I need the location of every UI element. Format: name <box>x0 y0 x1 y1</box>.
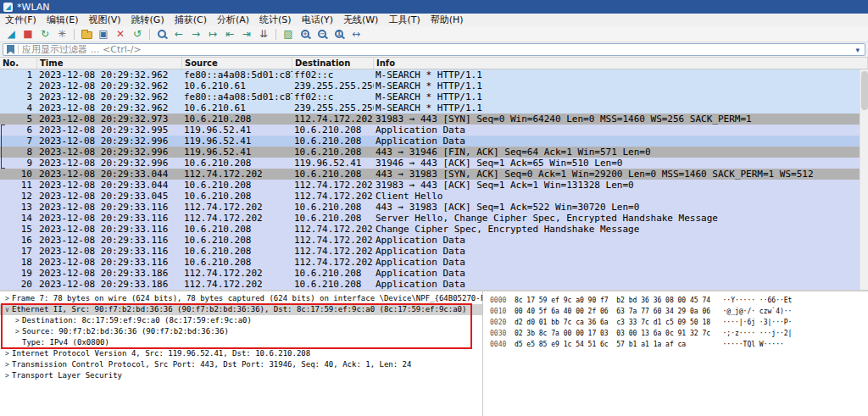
packet-row[interactable]: 62023-12-08 20:29:32.995119.96.52.4110.6… <box>0 125 868 136</box>
packet-row[interactable]: 72023-12-08 20:29:32.996119.96.52.4110.6… <box>0 136 868 147</box>
cell-destination: 10.6.210.208 <box>292 213 374 224</box>
detail-line[interactable]: >Internet Protocol Version 4, Src: 119.9… <box>0 348 482 359</box>
column-header-time[interactable]: Time <box>37 58 182 69</box>
hex-row[interactable]: 00008c 17 59 ef 9c a0 90 f7 b2 bd 36 36 … <box>490 295 868 306</box>
detail-line[interactable]: >Transmission Control Protocol, Src Port… <box>0 359 482 370</box>
cell-time: 2023-12-08 20:29:32.996 <box>37 136 182 147</box>
menu-item-5[interactable]: 捕获(C) <box>170 14 212 26</box>
cell-destination: 112.74.172.202 <box>292 246 374 257</box>
menu-item-6[interactable]: 分析(A) <box>212 14 254 26</box>
packet-row[interactable]: 172023-12-08 20:29:33.11610.6.210.208112… <box>0 246 868 257</box>
expand-arrow-icon[interactable]: > <box>3 359 12 370</box>
packet-row[interactable]: 112023-12-08 20:29:33.04410.6.210.208112… <box>0 180 868 191</box>
menu-item-7[interactable]: 统计(S) <box>254 14 297 26</box>
restart-capture-button[interactable]: ↻ <box>37 27 53 41</box>
save-file-button[interactable]: ▣ <box>96 27 111 41</box>
packet-row[interactable]: 92023-12-08 20:29:32.99610.6.210.208119.… <box>0 158 868 169</box>
hex-row[interactable]: 0020d2 d0 01 bb 7c ca 36 6a c3 33 7c d1 … <box>490 317 868 328</box>
packet-row[interactable]: 162023-12-08 20:29:33.11610.6.210.208112… <box>0 235 868 246</box>
colorize-button[interactable]: ▨ <box>281 27 296 41</box>
autoscroll-button[interactable]: ⇊ <box>256 27 271 41</box>
cell-no: 10 <box>0 169 37 180</box>
cell-source: fe80::a4a08:5d01:c874:7f… <box>182 69 292 80</box>
go-forward-button[interactable]: → <box>188 27 203 41</box>
menu-item-3[interactable]: 视图(V) <box>83 14 125 26</box>
packet-row[interactable]: 122023-12-08 20:29:33.04510.6.210.208112… <box>0 191 868 202</box>
hex-row[interactable]: 003002 3b 8c 7a 00 00 17 03 03 00 13 6a … <box>490 328 868 339</box>
packet-rows-container: 12023-12-08 20:29:32.962fe80::a4a08:5d01… <box>0 69 868 290</box>
menu-item-4[interactable]: 跳转(G) <box>126 14 170 26</box>
stop-capture-button[interactable]: ■ <box>20 27 36 41</box>
hex-row[interactable]: 001000 40 5f 6a 40 00 2f 06 63 7a 77 60 … <box>490 306 868 317</box>
packet-row[interactable]: 12023-12-08 20:29:32.962fe80::a4a08:5d01… <box>0 69 868 80</box>
menu-item-11[interactable]: 帮助(H) <box>426 14 469 26</box>
filter-history-chevron-icon[interactable]: ▾ <box>854 46 861 54</box>
display-filter-input[interactable] <box>22 44 850 55</box>
expand-arrow-icon[interactable]: > <box>3 348 12 359</box>
cell-no: 12 <box>0 191 37 202</box>
save-file-icon: ▣ <box>98 27 108 41</box>
resize-columns-button[interactable]: ↔ <box>348 27 364 41</box>
display-filter-box[interactable]: ▾ <box>3 43 865 56</box>
detail-line[interactable]: >Destination: 8c:17:59:ef:9c:a0 (8c:17:5… <box>0 315 482 326</box>
packet-row[interactable]: 42023-12-08 20:29:32.96210.6.210.61239.2… <box>0 103 868 114</box>
find-packet-button[interactable] <box>154 27 170 41</box>
packet-row[interactable]: 22023-12-08 20:29:32.96210.6.210.61239.2… <box>0 80 868 92</box>
expand-arrow-icon[interactable]: > <box>3 293 12 304</box>
zoom-100-button[interactable]: 1 <box>331 27 347 41</box>
go-back-button[interactable]: ← <box>171 27 186 41</box>
start-capture-button[interactable]: ◢ <box>3 27 19 41</box>
detail-line[interactable]: >Frame 7: 78 bytes on wire (624 bits), 7… <box>0 293 482 304</box>
detail-line[interactable]: ∨Ethernet II, Src: 90:f7:b2:bd:36:36 (90… <box>0 304 482 315</box>
capture-options-button[interactable]: ✳ <box>54 27 70 41</box>
packet-row[interactable]: 192023-12-08 20:29:33.186112.74.172.2021… <box>0 268 868 279</box>
go-last-button[interactable]: ⇥ <box>239 27 254 41</box>
column-header-source[interactable]: Source <box>182 58 292 69</box>
menu-item-10[interactable]: 工具(T) <box>383 14 425 26</box>
zoom-out-button[interactable]: − <box>314 27 330 41</box>
menu-item-2[interactable]: 编辑(E) <box>42 14 84 26</box>
colorize-icon: ▨ <box>283 27 292 41</box>
go-back-icon: ← <box>175 27 183 41</box>
detail-line-text: Transmission Control Protocol, Src Port:… <box>12 359 411 370</box>
packet-row[interactable]: 32023-12-08 20:29:32.962fe80::a4a08:5d01… <box>0 92 868 103</box>
expand-arrow-icon[interactable]: > <box>3 370 12 381</box>
cell-time: 2023-12-08 20:29:33.186 <box>37 268 182 279</box>
column-header-info[interactable]: Info <box>374 58 868 69</box>
zoom-in-button[interactable]: + <box>298 27 313 41</box>
detail-line[interactable]: >Source: 90:f7:b2:bd:36:36 (90:f7:b2:bd:… <box>0 326 482 337</box>
open-file-button[interactable] <box>79 27 94 41</box>
packet-list-scrollbar[interactable] <box>860 69 868 290</box>
packet-row[interactable]: 182023-12-08 20:29:33.11610.6.210.208112… <box>0 257 868 268</box>
menu-item-9[interactable]: 无线(W) <box>338 14 383 26</box>
packet-row[interactable]: 202023-12-08 20:29:33.186112.74.172.2021… <box>0 279 868 290</box>
packet-row[interactable]: 132023-12-08 20:29:33.116112.74.172.2021… <box>0 202 868 213</box>
packet-row[interactable]: 52023-12-08 20:29:32.97310.6.210.208112.… <box>0 114 868 125</box>
menu-item-8[interactable]: 电话(Y) <box>297 14 338 26</box>
packet-row[interactable]: 82023-12-08 20:29:32.996119.96.52.4110.6… <box>0 147 868 158</box>
column-header-destination[interactable]: Destination <box>292 58 374 69</box>
menu-item-1[interactable]: 文件(F) <box>0 14 42 26</box>
collapse-arrow-icon[interactable]: ∨ <box>3 304 12 315</box>
packet-row[interactable]: 102023-12-08 20:29:33.044112.74.172.2021… <box>0 169 868 180</box>
packet-row[interactable]: 152023-12-08 20:29:33.11610.6.210.208112… <box>0 224 868 235</box>
detail-line-text: Destination: 8c:17:59:ef:9c:a0 (8c:17:59… <box>22 315 252 326</box>
hex-row[interactable]: 0040d5 e5 85 e9 1c 54 51 6c 57 b1 a1 1a … <box>490 339 868 350</box>
go-first-button[interactable]: ⇤ <box>222 27 237 41</box>
cell-time: 2023-12-08 20:29:32.996 <box>37 158 182 169</box>
packet-row[interactable]: 142023-12-08 20:29:33.116112.74.172.2021… <box>0 213 868 224</box>
expand-arrow-icon[interactable]: > <box>13 315 22 326</box>
scrollbar-thumb[interactable] <box>861 71 868 110</box>
filter-separator <box>18 45 19 54</box>
expand-arrow-icon[interactable]: > <box>13 326 22 337</box>
reload-button[interactable]: ↺ <box>130 27 145 41</box>
go-first-icon: ⇤ <box>225 27 234 41</box>
detail-line[interactable]: >Transport Layer Security <box>0 370 482 381</box>
hex-offset: 0010 <box>490 306 506 317</box>
column-header-no[interactable]: No. <box>0 58 37 69</box>
filter-bookmark-icon[interactable] <box>7 45 14 54</box>
go-to-packet-button[interactable]: ↦ <box>205 27 220 41</box>
detail-line[interactable]: Type: IPv4 (0x0800) <box>0 337 482 348</box>
close-file-button[interactable]: ✕ <box>113 27 128 41</box>
autoscroll-icon: ⇊ <box>259 27 268 41</box>
